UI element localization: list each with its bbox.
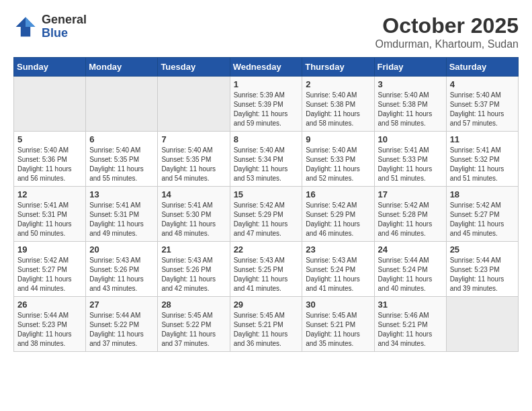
- day-info: Sunrise: 5:42 AM Sunset: 5:27 PM Dayligh…: [17, 256, 82, 293]
- calendar-cell: 27Sunrise: 5:44 AM Sunset: 5:22 PM Dayli…: [86, 297, 158, 352]
- month-title: October 2025: [375, 13, 519, 38]
- calendar-cell: 26Sunrise: 5:44 AM Sunset: 5:23 PM Dayli…: [14, 297, 86, 352]
- day-number: 2: [306, 79, 370, 89]
- day-info: Sunrise: 5:42 AM Sunset: 5:28 PM Dayligh…: [378, 201, 443, 238]
- calendar-cell: 3Sunrise: 5:40 AM Sunset: 5:38 PM Daylig…: [374, 77, 446, 132]
- location: Omdurman, Khartoum, Sudan: [375, 38, 519, 50]
- calendar-table: SundayMondayTuesdayWednesdayThursdayFrid…: [13, 57, 519, 352]
- calendar-cell: 6Sunrise: 5:40 AM Sunset: 5:35 PM Daylig…: [86, 132, 158, 187]
- calendar-cell: 5Sunrise: 5:40 AM Sunset: 5:36 PM Daylig…: [14, 132, 86, 187]
- calendar-cell: 14Sunrise: 5:41 AM Sunset: 5:30 PM Dayli…: [158, 187, 230, 242]
- day-number: 24: [378, 244, 443, 255]
- calendar-cell: 9Sunrise: 5:40 AM Sunset: 5:33 PM Daylig…: [302, 132, 374, 187]
- calendar-cell: 12Sunrise: 5:41 AM Sunset: 5:31 PM Dayli…: [14, 187, 86, 242]
- calendar-cell: 4Sunrise: 5:40 AM Sunset: 5:37 PM Daylig…: [446, 77, 518, 132]
- day-number: 30: [306, 300, 370, 310]
- calendar-cell: 18Sunrise: 5:42 AM Sunset: 5:27 PM Dayli…: [446, 187, 518, 242]
- calendar-cell: 15Sunrise: 5:42 AM Sunset: 5:29 PM Dayli…: [230, 187, 302, 242]
- calendar-cell: 13Sunrise: 5:41 AM Sunset: 5:31 PM Dayli…: [86, 187, 158, 242]
- calendar-week-row: 12Sunrise: 5:41 AM Sunset: 5:31 PM Dayli…: [14, 187, 519, 242]
- day-number: 4: [450, 79, 515, 89]
- day-number: 5: [17, 134, 82, 144]
- calendar-cell: 2Sunrise: 5:40 AM Sunset: 5:38 PM Daylig…: [302, 77, 374, 132]
- day-info: Sunrise: 5:42 AM Sunset: 5:27 PM Dayligh…: [450, 201, 515, 238]
- weekday-header: Tuesday: [158, 58, 230, 77]
- calendar-cell: 10Sunrise: 5:41 AM Sunset: 5:33 PM Dayli…: [374, 132, 446, 187]
- day-number: 14: [161, 189, 226, 199]
- day-number: 16: [306, 189, 370, 199]
- day-number: 28: [161, 300, 226, 310]
- calendar-cell: 23Sunrise: 5:43 AM Sunset: 5:24 PM Dayli…: [302, 242, 374, 297]
- title-block: October 2025 Omdurman, Khartoum, Sudan: [375, 13, 519, 50]
- day-info: Sunrise: 5:45 AM Sunset: 5:21 PM Dayligh…: [234, 311, 299, 349]
- day-number: 12: [17, 189, 82, 199]
- day-info: Sunrise: 5:40 AM Sunset: 5:37 PM Dayligh…: [450, 91, 515, 128]
- weekday-header: Sunday: [14, 58, 86, 77]
- day-number: 19: [17, 244, 82, 255]
- day-number: 26: [17, 300, 82, 310]
- calendar-week-row: 26Sunrise: 5:44 AM Sunset: 5:23 PM Dayli…: [14, 297, 519, 352]
- day-info: Sunrise: 5:41 AM Sunset: 5:32 PM Dayligh…: [450, 146, 515, 183]
- day-number: 18: [450, 189, 515, 199]
- day-number: 17: [378, 189, 443, 199]
- calendar-cell: 31Sunrise: 5:46 AM Sunset: 5:21 PM Dayli…: [374, 297, 446, 352]
- day-number: 31: [378, 300, 443, 310]
- weekday-header: Friday: [374, 58, 446, 77]
- calendar-cell: 24Sunrise: 5:44 AM Sunset: 5:24 PM Dayli…: [374, 242, 446, 297]
- day-number: 13: [89, 189, 154, 199]
- day-info: Sunrise: 5:40 AM Sunset: 5:33 PM Dayligh…: [306, 146, 370, 183]
- day-number: 22: [234, 244, 299, 255]
- day-info: Sunrise: 5:41 AM Sunset: 5:31 PM Dayligh…: [17, 201, 82, 238]
- calendar-week-row: 19Sunrise: 5:42 AM Sunset: 5:27 PM Dayli…: [14, 242, 519, 297]
- day-info: Sunrise: 5:41 AM Sunset: 5:31 PM Dayligh…: [89, 201, 154, 238]
- day-info: Sunrise: 5:42 AM Sunset: 5:29 PM Dayligh…: [306, 201, 370, 238]
- logo-icon: [13, 15, 38, 39]
- logo: General Blue: [13, 13, 87, 40]
- day-number: 15: [234, 189, 299, 199]
- page-header: General Blue October 2025 Omdurman, Khar…: [13, 13, 519, 50]
- day-info: Sunrise: 5:44 AM Sunset: 5:22 PM Dayligh…: [89, 311, 154, 349]
- day-info: Sunrise: 5:44 AM Sunset: 5:24 PM Dayligh…: [378, 256, 443, 293]
- weekday-header: Monday: [86, 58, 158, 77]
- calendar-cell: 11Sunrise: 5:41 AM Sunset: 5:32 PM Dayli…: [446, 132, 518, 187]
- calendar-cell: 16Sunrise: 5:42 AM Sunset: 5:29 PM Dayli…: [302, 187, 374, 242]
- logo-text: General Blue: [42, 13, 87, 40]
- day-number: 9: [306, 134, 370, 144]
- svg-marker-1: [26, 17, 35, 26]
- calendar-cell: 17Sunrise: 5:42 AM Sunset: 5:28 PM Dayli…: [374, 187, 446, 242]
- calendar-cell: 21Sunrise: 5:43 AM Sunset: 5:26 PM Dayli…: [158, 242, 230, 297]
- calendar-cell: 22Sunrise: 5:43 AM Sunset: 5:25 PM Dayli…: [230, 242, 302, 297]
- calendar-cell: 19Sunrise: 5:42 AM Sunset: 5:27 PM Dayli…: [14, 242, 86, 297]
- weekday-header-row: SundayMondayTuesdayWednesdayThursdayFrid…: [14, 58, 519, 77]
- day-info: Sunrise: 5:40 AM Sunset: 5:38 PM Dayligh…: [378, 91, 443, 128]
- day-number: 29: [234, 300, 299, 310]
- calendar-cell: 28Sunrise: 5:45 AM Sunset: 5:22 PM Dayli…: [158, 297, 230, 352]
- day-info: Sunrise: 5:44 AM Sunset: 5:23 PM Dayligh…: [450, 256, 515, 293]
- day-info: Sunrise: 5:46 AM Sunset: 5:21 PM Dayligh…: [378, 311, 443, 349]
- calendar-cell: 7Sunrise: 5:40 AM Sunset: 5:35 PM Daylig…: [158, 132, 230, 187]
- day-number: 6: [89, 134, 154, 144]
- day-info: Sunrise: 5:39 AM Sunset: 5:39 PM Dayligh…: [234, 91, 299, 128]
- day-info: Sunrise: 5:40 AM Sunset: 5:35 PM Dayligh…: [161, 146, 226, 183]
- calendar-week-row: 5Sunrise: 5:40 AM Sunset: 5:36 PM Daylig…: [14, 132, 519, 187]
- calendar-cell: [158, 77, 230, 132]
- day-number: 11: [450, 134, 515, 144]
- calendar-cell: [86, 77, 158, 132]
- day-info: Sunrise: 5:45 AM Sunset: 5:22 PM Dayligh…: [161, 311, 226, 349]
- calendar-week-row: 1Sunrise: 5:39 AM Sunset: 5:39 PM Daylig…: [14, 77, 519, 132]
- weekday-header: Thursday: [302, 58, 374, 77]
- calendar-cell: 20Sunrise: 5:43 AM Sunset: 5:26 PM Dayli…: [86, 242, 158, 297]
- day-info: Sunrise: 5:40 AM Sunset: 5:38 PM Dayligh…: [306, 91, 370, 128]
- weekday-header: Wednesday: [230, 58, 302, 77]
- day-number: 21: [161, 244, 226, 255]
- calendar-cell: 29Sunrise: 5:45 AM Sunset: 5:21 PM Dayli…: [230, 297, 302, 352]
- day-number: 27: [89, 300, 154, 310]
- day-info: Sunrise: 5:43 AM Sunset: 5:26 PM Dayligh…: [161, 256, 226, 293]
- day-info: Sunrise: 5:45 AM Sunset: 5:21 PM Dayligh…: [306, 311, 370, 349]
- day-info: Sunrise: 5:42 AM Sunset: 5:29 PM Dayligh…: [234, 201, 299, 238]
- day-number: 3: [378, 79, 443, 89]
- calendar-cell: [14, 77, 86, 132]
- day-info: Sunrise: 5:41 AM Sunset: 5:30 PM Dayligh…: [161, 201, 226, 238]
- calendar-cell: 25Sunrise: 5:44 AM Sunset: 5:23 PM Dayli…: [446, 242, 518, 297]
- weekday-header: Saturday: [446, 58, 518, 77]
